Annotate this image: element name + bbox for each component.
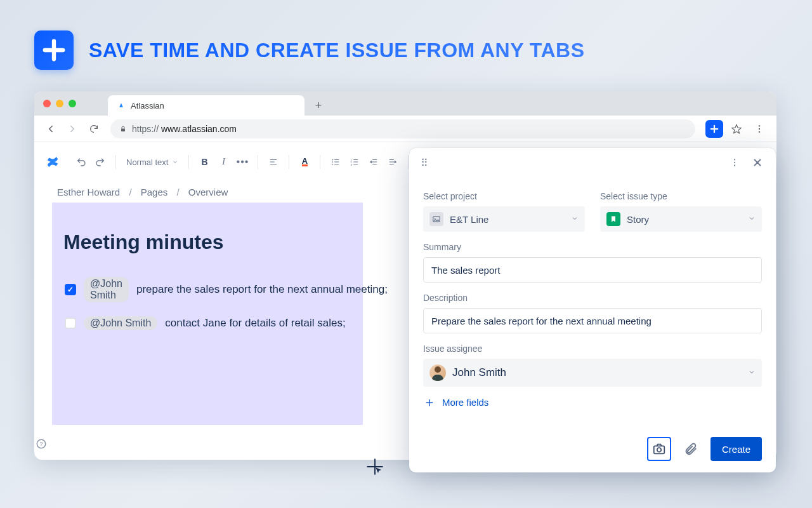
- extension-logo-icon: [34, 30, 74, 70]
- outdent-button[interactable]: [365, 153, 383, 171]
- attach-button[interactable]: [679, 437, 703, 461]
- atlassian-favicon-icon: [117, 101, 126, 110]
- svg-point-3: [759, 131, 760, 132]
- help-button[interactable]: ?: [34, 437, 48, 451]
- marketing-banner: SAVE TIME AND CREATE ISSUE FROM ANY TABS: [34, 30, 585, 70]
- more-fields-label: More fields: [442, 397, 488, 408]
- bullet-list-button[interactable]: [327, 153, 344, 171]
- svg-point-13: [734, 162, 735, 163]
- cursor-icon: [365, 457, 384, 479]
- undo-button[interactable]: [72, 153, 90, 171]
- text-style-select[interactable]: Normal text: [122, 157, 182, 167]
- text-style-label: Normal text: [126, 157, 168, 167]
- task-text[interactable]: prepare the sales report for the next an…: [136, 283, 388, 296]
- forward-button[interactable]: [63, 120, 81, 138]
- chevron-down-icon: [172, 159, 178, 165]
- svg-text:3: 3: [351, 163, 353, 166]
- task-text[interactable]: contact Jane for details of retail sales…: [165, 317, 345, 330]
- description-value: Prepare the sales report for the next an…: [431, 316, 652, 326]
- chevron-down-icon: [571, 213, 579, 225]
- svg-point-5: [332, 161, 334, 163]
- task-checkbox[interactable]: [65, 284, 76, 295]
- tab-title: Atlassian: [131, 101, 164, 110]
- numbered-list-button[interactable]: 123: [346, 153, 363, 171]
- bold-button[interactable]: B: [195, 153, 213, 171]
- bookmark-button[interactable]: [727, 119, 746, 138]
- svg-point-12: [734, 159, 735, 160]
- plus-icon: ＋: [423, 396, 436, 408]
- description-label: Description: [423, 293, 762, 303]
- browser-tab[interactable]: Atlassian: [108, 95, 304, 116]
- close-window-icon[interactable]: [43, 100, 51, 107]
- chevron-down-icon: [748, 213, 756, 225]
- task-checkbox[interactable]: [65, 318, 76, 329]
- svg-text:?: ?: [39, 441, 43, 447]
- project-value: E&T Line: [450, 214, 488, 225]
- svg-point-14: [734, 165, 735, 166]
- banner-headline: SAVE TIME AND CREATE ISSUE FROM ANY TABS: [89, 39, 585, 62]
- redo-button[interactable]: [91, 153, 109, 171]
- drag-handle-icon[interactable]: ⠿: [421, 157, 429, 169]
- assignee-value: John Smith: [452, 366, 506, 379]
- panel-menu-button[interactable]: [728, 156, 742, 170]
- new-tab-button[interactable]: +: [310, 97, 327, 114]
- svg-point-6: [332, 164, 334, 165]
- browser-tab-strip: Atlassian +: [34, 91, 776, 116]
- italic-button[interactable]: I: [214, 153, 232, 171]
- url-host: www.atlassian.com: [161, 124, 237, 134]
- avatar: [429, 364, 446, 381]
- mention-chip[interactable]: @John Smith: [84, 277, 129, 302]
- align-button[interactable]: [265, 153, 282, 171]
- close-panel-button[interactable]: [750, 156, 764, 170]
- breadcrumb-item[interactable]: Pages: [141, 187, 168, 197]
- browser-menu-button[interactable]: [750, 119, 769, 138]
- panel-header: ⠿: [409, 148, 776, 177]
- assignee-label: Issue assignee: [423, 344, 762, 354]
- svg-rect-17: [654, 446, 665, 453]
- issue-type-label: Select issue type: [600, 191, 762, 201]
- address-bar[interactable]: https:// www.atlassian.com: [110, 119, 695, 138]
- task-row[interactable]: @John Smith contact Jane for details of …: [61, 316, 363, 330]
- summary-label: Summary: [423, 242, 762, 252]
- create-button[interactable]: Create: [710, 437, 762, 461]
- window-controls[interactable]: [43, 91, 76, 116]
- more-format-button[interactable]: •••: [233, 153, 251, 171]
- more-fields-button[interactable]: ＋ More fields: [423, 396, 762, 408]
- issue-type-select[interactable]: Story: [600, 206, 762, 232]
- maximize-window-icon[interactable]: [69, 100, 76, 107]
- svg-point-4: [332, 159, 334, 161]
- page-title[interactable]: Meeting minutes: [63, 231, 363, 254]
- back-button[interactable]: [42, 120, 60, 138]
- minimize-window-icon[interactable]: [56, 100, 63, 107]
- project-icon: [429, 212, 443, 226]
- project-label: Select project: [423, 191, 585, 201]
- task-row[interactable]: @John Smith prepare the sales report for…: [61, 277, 363, 302]
- breadcrumb-item[interactable]: Esther Howard: [57, 187, 120, 197]
- svg-point-18: [657, 448, 661, 451]
- chevron-down-icon: [748, 367, 756, 378]
- issue-type-value: Story: [627, 214, 649, 225]
- screenshot-button[interactable]: [647, 437, 671, 461]
- description-input[interactable]: Prepare the sales report for the next an…: [423, 308, 762, 333]
- reload-button[interactable]: [85, 120, 103, 138]
- lock-icon: [119, 125, 127, 133]
- svg-point-16: [435, 218, 436, 219]
- summary-value: The sales report: [431, 265, 500, 276]
- create-issue-panel: ⠿ Select project E&T Line Select issue t…: [409, 148, 776, 472]
- indent-button[interactable]: [384, 153, 402, 171]
- browser-toolbar: https:// www.atlassian.com: [34, 116, 776, 142]
- confluence-logo-icon: [46, 155, 60, 169]
- text-color-button[interactable]: A: [296, 153, 313, 171]
- svg-rect-0: [121, 128, 125, 131]
- summary-input[interactable]: The sales report: [423, 257, 762, 283]
- breadcrumb-item[interactable]: Overview: [188, 187, 228, 197]
- svg-point-1: [759, 125, 760, 126]
- mention-chip[interactable]: @John Smith: [84, 316, 157, 330]
- extension-button[interactable]: [705, 120, 723, 138]
- story-icon: [606, 212, 620, 226]
- assignee-select[interactable]: John Smith: [423, 359, 762, 387]
- project-select[interactable]: E&T Line: [423, 206, 585, 232]
- document-selection: Meeting minutes @John Smith prepare the …: [52, 203, 363, 425]
- panel-footer: Create: [647, 437, 762, 461]
- svg-point-2: [759, 128, 760, 129]
